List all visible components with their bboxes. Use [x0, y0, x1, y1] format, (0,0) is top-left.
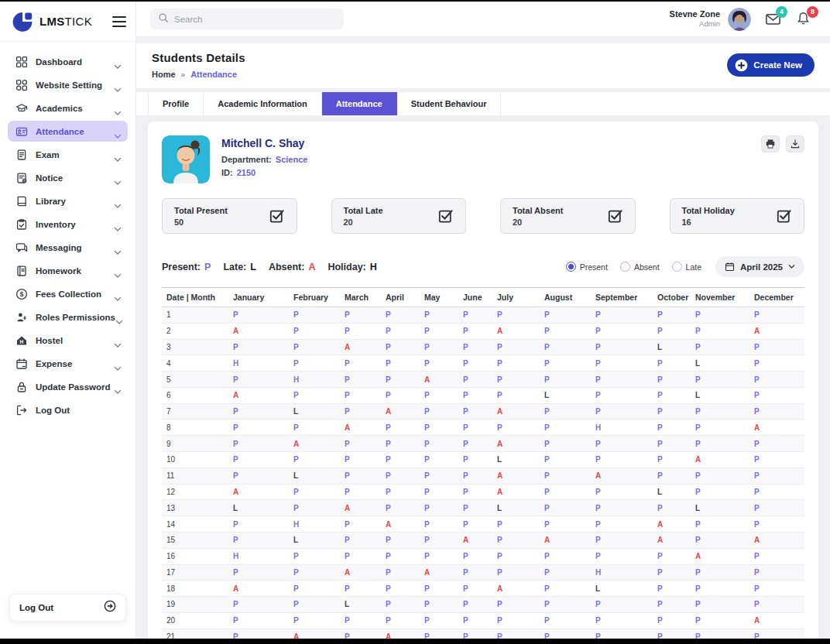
radio-dot	[566, 262, 576, 272]
attendance-cell: P	[540, 452, 591, 468]
attendance-cell: L	[591, 581, 653, 597]
attendance-cell: P	[289, 452, 340, 468]
attendance-cell: P	[653, 420, 691, 436]
user-role: Admin	[670, 19, 720, 29]
academics-icon	[15, 102, 28, 115]
tab-student-behaviour[interactable]: Student Behaviour	[397, 92, 502, 115]
attendance-cell: P	[458, 436, 492, 452]
inventory-icon	[15, 218, 28, 231]
month-dropdown[interactable]: April 2025	[715, 256, 804, 277]
hamburger-menu-icon[interactable]	[112, 16, 126, 27]
attendance-cell: A	[540, 532, 591, 548]
sidebar-item-label: Update Password	[36, 382, 114, 392]
breadcrumb-current[interactable]: Attendance	[190, 70, 237, 79]
attendance-cell: H	[289, 372, 340, 388]
stat-text: Total Absent20	[513, 206, 608, 227]
user-avatar[interactable]	[728, 8, 751, 31]
sidebar-item-log-out[interactable]: Log Out	[8, 399, 128, 420]
attendance-cell: P	[458, 629, 492, 639]
attendance-cell: A	[691, 452, 749, 468]
attendance-cell: P	[749, 629, 804, 639]
attendance-table-header: Date | MonthJanuaryFebruaryMarchAprilMay…	[162, 288, 804, 307]
attendance-cell: P	[540, 403, 591, 420]
sidebar-logout-button[interactable]: Log Out	[9, 594, 126, 622]
tab-attendance[interactable]: Attendance	[322, 92, 397, 115]
attendance-cell: P	[289, 597, 340, 613]
sidebar-item-homework[interactable]: Homework	[8, 260, 128, 281]
search-input[interactable]	[174, 15, 336, 24]
sidebar-item-attendance[interactable]: Attendance	[8, 121, 128, 142]
table-row: 21PAPAPPPPPPPP	[162, 629, 804, 639]
attendance-cell: H	[591, 420, 653, 436]
id-value[interactable]: 2150	[237, 168, 256, 177]
sidebar-item-academics[interactable]: Academics	[8, 98, 128, 118]
sidebar-item-exam[interactable]: Exam	[8, 144, 128, 165]
attendance-cell: P	[540, 420, 591, 436]
sidebar-item-website-setting[interactable]: Website Setting	[8, 74, 128, 95]
radio-label: Absent	[634, 262, 660, 272]
radio-present[interactable]: Present	[566, 262, 608, 272]
printer-icon	[765, 139, 776, 149]
student-department: Department:Science	[221, 155, 307, 164]
attendance-cell: P	[458, 323, 492, 339]
attendance-cell: L	[228, 500, 289, 516]
tab-profile[interactable]: Profile	[148, 92, 204, 115]
attendance-cell: P	[591, 532, 653, 548]
attendance-cell: P	[653, 387, 691, 403]
sidebar-item-roles-permissions[interactable]: Roles Permissions	[8, 307, 128, 327]
attendance-cell: P	[420, 403, 458, 420]
tab-academic-information[interactable]: Academic Information	[204, 92, 322, 115]
breadcrumb-home[interactable]: Home	[152, 70, 176, 79]
attendance-table: Date | MonthJanuaryFebruaryMarchAprilMay…	[162, 287, 804, 639]
bell-icon[interactable]: 8	[796, 11, 813, 28]
sidebar-item-fees-collection[interactable]: $Fees Collection	[8, 283, 128, 304]
sidebar-item-inventory[interactable]: Inventory	[8, 214, 128, 235]
calendar-icon	[725, 262, 735, 272]
attendance-cell: P	[228, 307, 289, 324]
create-new-button[interactable]: Create New	[727, 53, 815, 77]
attendance-cell: P	[420, 532, 458, 548]
sidebar-item-update-password[interactable]: Update Password	[8, 376, 128, 397]
attendance-cell: P	[540, 436, 591, 452]
attendance-cell: P	[381, 452, 420, 468]
radio-absent[interactable]: Absent	[620, 262, 660, 272]
attendance-cell: P	[289, 420, 340, 436]
attendance-cell: P	[492, 339, 540, 355]
date-cell: 7	[162, 403, 228, 420]
attendance-cell: P	[540, 468, 591, 484]
attendance-cell: P	[749, 500, 804, 516]
attendance-cell: P	[420, 355, 458, 372]
attendance-cell: P	[228, 372, 289, 388]
print-button[interactable]	[761, 135, 780, 152]
department-value[interactable]: Science	[276, 155, 308, 164]
attendance-cell: P	[458, 548, 492, 564]
attendance-cell: P	[289, 612, 340, 629]
sidebar-item-messaging[interactable]: Messaging	[8, 237, 128, 258]
tabs: ProfileAcademic InformationAttendanceStu…	[136, 92, 830, 115]
attendance-cell: P	[492, 532, 540, 548]
stat-card-total-present: Total Present50	[162, 198, 297, 234]
sidebar-item-expense[interactable]: Expense	[8, 353, 128, 374]
attendance-cell: L	[289, 468, 340, 484]
sidebar-item-dashboard[interactable]: Dashboard	[8, 51, 128, 72]
attendance-cell: P	[340, 629, 381, 639]
mail-icon[interactable]: 4	[765, 11, 782, 28]
column-header-august: August	[540, 288, 591, 307]
sidebar-item-notice[interactable]: Notice	[8, 167, 128, 188]
date-cell: 12	[162, 484, 228, 500]
attendance-cell: A	[228, 581, 289, 597]
attendance-cell: P	[381, 307, 420, 324]
attendance-cell: P	[691, 468, 749, 484]
sidebar-item-library[interactable]: Library	[8, 190, 128, 211]
column-header-june: June	[458, 288, 492, 307]
legend-letter: A	[308, 262, 315, 272]
radio-late[interactable]: Late	[672, 262, 701, 272]
sidebar-item-hostel[interactable]: HHostel	[8, 330, 128, 351]
attendance-cell: P	[340, 516, 381, 533]
attendance-cell: P	[591, 436, 653, 452]
attendance-cell: P	[540, 484, 591, 500]
download-button[interactable]	[786, 135, 804, 152]
chevron-down-icon	[114, 221, 122, 228]
attendance-cell: P	[749, 436, 804, 452]
attendance-cell: P	[492, 355, 540, 372]
